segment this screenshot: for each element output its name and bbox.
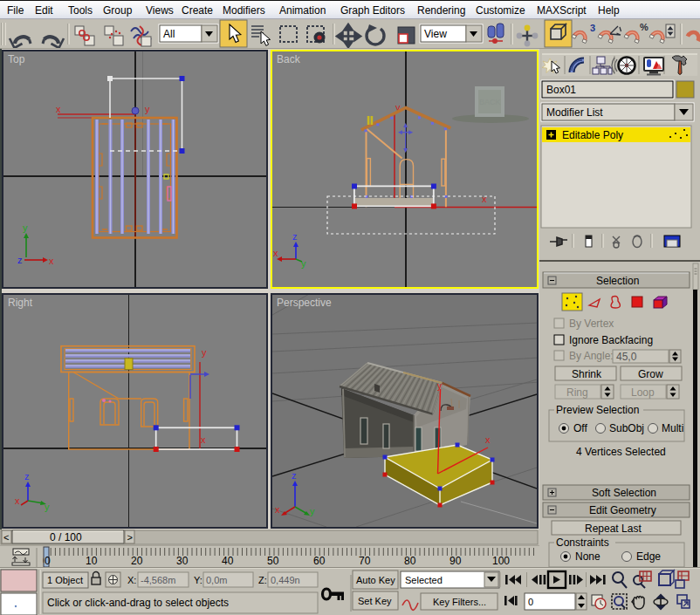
svg-text:y: y (23, 222, 28, 233)
svg-text:z: z (24, 471, 30, 482)
svg-text:x: x (15, 495, 20, 506)
svg-text:60: 60 (313, 555, 326, 567)
svg-text:0: 0 (528, 597, 533, 607)
svg-text:Ring: Ring (566, 386, 588, 399)
svg-text:Set Key: Set Key (358, 596, 392, 606)
svg-text:Soft Selection: Soft Selection (592, 487, 656, 499)
svg-text:10: 10 (86, 555, 98, 567)
svg-text:30: 30 (176, 555, 189, 567)
svg-text:Repeat Last: Repeat Last (585, 523, 642, 535)
svg-text:0 / 100: 0 / 100 (50, 531, 82, 543)
svg-text:z: z (17, 255, 23, 265)
svg-text:By Angle:: By Angle: (569, 350, 614, 362)
svg-text:x: x (56, 104, 61, 114)
svg-text:BACK: BACK (479, 98, 501, 106)
svg-text:1 Object: 1 Object (47, 575, 83, 585)
svg-text:Selection: Selection (596, 275, 639, 287)
svg-text:x: x (273, 248, 278, 258)
svg-text:0: 0 (45, 555, 51, 567)
svg-text:View: View (424, 28, 447, 40)
svg-text:20: 20 (131, 555, 143, 567)
svg-text:40: 40 (222, 555, 234, 567)
svg-text:Auto Key: Auto Key (356, 575, 395, 585)
svg-text:None: None (575, 550, 600, 563)
svg-text:Multi: Multi (662, 422, 683, 434)
svg-text:x: x (275, 504, 280, 515)
svg-text:Z:: Z: (258, 575, 267, 585)
svg-text:x: x (485, 434, 491, 445)
svg-text:100: 100 (492, 555, 510, 567)
svg-text:y: y (202, 347, 207, 358)
svg-text:0,449n: 0,449n (271, 575, 300, 585)
svg-text:80: 80 (404, 555, 416, 567)
svg-text:y: y (310, 506, 315, 516)
svg-text:z: z (292, 470, 297, 481)
svg-text:0,0m: 0,0m (206, 575, 227, 585)
svg-text:z: z (292, 231, 298, 242)
svg-text:Edge: Edge (636, 550, 661, 563)
svg-text:90: 90 (450, 555, 462, 567)
svg-text:Editable Poly: Editable Poly (562, 129, 623, 141)
svg-text:Shrink: Shrink (572, 368, 602, 380)
svg-text:3: 3 (590, 23, 595, 33)
svg-text:X:: X: (127, 575, 136, 585)
svg-text:4 Vertices Selected: 4 Vertices Selected (576, 446, 666, 458)
svg-text:50: 50 (267, 555, 279, 567)
svg-text:All: All (163, 28, 175, 40)
svg-text:y: y (437, 381, 442, 391)
svg-text:Y:: Y: (194, 575, 202, 585)
svg-text:Box01: Box01 (546, 84, 576, 96)
svg-text:SubObj: SubObj (609, 422, 644, 434)
svg-text:y: y (301, 258, 306, 269)
svg-text:-4,568m: -4,568m (141, 575, 175, 585)
svg-text:Preview Selection: Preview Selection (556, 404, 639, 416)
svg-text:x: x (201, 434, 206, 445)
svg-text:x: x (49, 256, 54, 266)
svg-text:%: % (640, 22, 649, 32)
svg-text:Edit Geometry: Edit Geometry (589, 504, 656, 516)
svg-text:45,0: 45,0 (616, 351, 637, 363)
svg-text:Constraints: Constraints (556, 536, 609, 549)
svg-text:>: > (127, 532, 133, 543)
svg-text:Selected: Selected (405, 575, 443, 585)
svg-text:Loop: Loop (631, 386, 655, 399)
svg-text:Off: Off (573, 422, 587, 434)
svg-text:Ignore Backfacing: Ignore Backfacing (569, 334, 653, 346)
svg-text:Key Filters...: Key Filters... (433, 597, 486, 607)
svg-text:y: y (145, 104, 150, 114)
svg-text:70: 70 (359, 555, 371, 567)
svg-text:Click or click-and-drag to sel: Click or click-and-drag to select object… (47, 597, 229, 609)
svg-text:x: x (482, 194, 487, 204)
svg-text:<: < (3, 532, 9, 543)
svg-text:By Vertex: By Vertex (569, 318, 614, 330)
svg-text:y: y (45, 502, 50, 512)
svg-text:Grow: Grow (638, 368, 663, 380)
svg-text:Modifier List: Modifier List (546, 106, 603, 119)
